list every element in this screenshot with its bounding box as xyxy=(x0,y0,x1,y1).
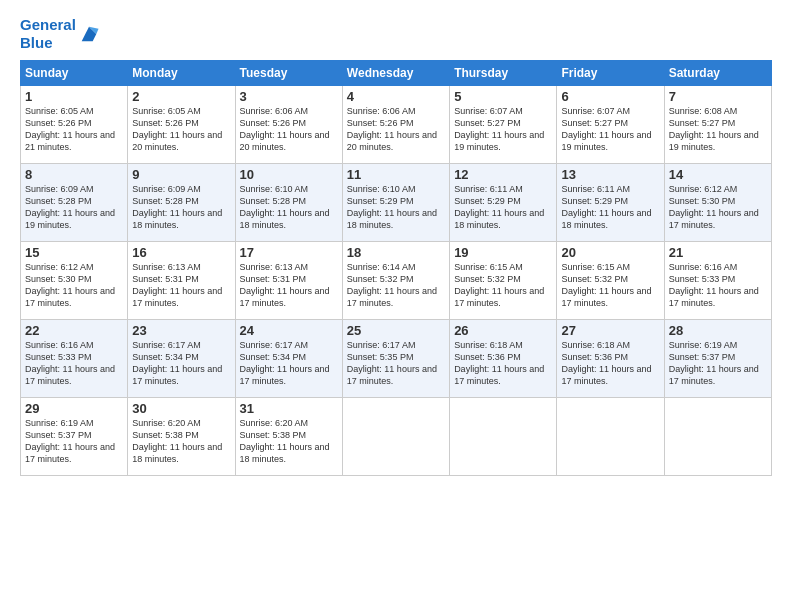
day-number: 30 xyxy=(132,401,230,416)
cell-info: Sunrise: 6:09 AMSunset: 5:28 PMDaylight:… xyxy=(132,183,230,232)
day-number: 17 xyxy=(240,245,338,260)
week-row-3: 15Sunrise: 6:12 AMSunset: 5:30 PMDayligh… xyxy=(21,242,772,320)
week-row-4: 22Sunrise: 6:16 AMSunset: 5:33 PMDayligh… xyxy=(21,320,772,398)
day-number: 31 xyxy=(240,401,338,416)
day-number: 24 xyxy=(240,323,338,338)
day-number: 6 xyxy=(561,89,659,104)
calendar-cell xyxy=(450,398,557,476)
cell-info: Sunrise: 6:17 AMSunset: 5:34 PMDaylight:… xyxy=(240,339,338,388)
cell-info: Sunrise: 6:05 AMSunset: 5:26 PMDaylight:… xyxy=(132,105,230,154)
day-number: 8 xyxy=(25,167,123,182)
weekday-header-friday: Friday xyxy=(557,61,664,86)
cell-info: Sunrise: 6:20 AMSunset: 5:38 PMDaylight:… xyxy=(240,417,338,466)
day-number: 13 xyxy=(561,167,659,182)
calendar-cell: 28Sunrise: 6:19 AMSunset: 5:37 PMDayligh… xyxy=(664,320,771,398)
weekday-header-sunday: Sunday xyxy=(21,61,128,86)
day-number: 23 xyxy=(132,323,230,338)
calendar-cell: 2Sunrise: 6:05 AMSunset: 5:26 PMDaylight… xyxy=(128,86,235,164)
day-number: 16 xyxy=(132,245,230,260)
day-number: 25 xyxy=(347,323,445,338)
page: General Blue SundayMondayTuesdayWednesda… xyxy=(0,0,792,612)
calendar-cell: 5Sunrise: 6:07 AMSunset: 5:27 PMDaylight… xyxy=(450,86,557,164)
calendar-cell: 17Sunrise: 6:13 AMSunset: 5:31 PMDayligh… xyxy=(235,242,342,320)
calendar-cell: 9Sunrise: 6:09 AMSunset: 5:28 PMDaylight… xyxy=(128,164,235,242)
weekday-header-tuesday: Tuesday xyxy=(235,61,342,86)
calendar-cell: 8Sunrise: 6:09 AMSunset: 5:28 PMDaylight… xyxy=(21,164,128,242)
cell-info: Sunrise: 6:19 AMSunset: 5:37 PMDaylight:… xyxy=(669,339,767,388)
calendar-cell: 21Sunrise: 6:16 AMSunset: 5:33 PMDayligh… xyxy=(664,242,771,320)
cell-info: Sunrise: 6:15 AMSunset: 5:32 PMDaylight:… xyxy=(454,261,552,310)
cell-info: Sunrise: 6:11 AMSunset: 5:29 PMDaylight:… xyxy=(561,183,659,232)
cell-info: Sunrise: 6:07 AMSunset: 5:27 PMDaylight:… xyxy=(561,105,659,154)
cell-info: Sunrise: 6:12 AMSunset: 5:30 PMDaylight:… xyxy=(25,261,123,310)
day-number: 12 xyxy=(454,167,552,182)
cell-info: Sunrise: 6:05 AMSunset: 5:26 PMDaylight:… xyxy=(25,105,123,154)
cell-info: Sunrise: 6:15 AMSunset: 5:32 PMDaylight:… xyxy=(561,261,659,310)
day-number: 28 xyxy=(669,323,767,338)
week-row-1: 1Sunrise: 6:05 AMSunset: 5:26 PMDaylight… xyxy=(21,86,772,164)
weekday-header-thursday: Thursday xyxy=(450,61,557,86)
day-number: 26 xyxy=(454,323,552,338)
calendar-cell: 6Sunrise: 6:07 AMSunset: 5:27 PMDaylight… xyxy=(557,86,664,164)
calendar-cell: 25Sunrise: 6:17 AMSunset: 5:35 PMDayligh… xyxy=(342,320,449,398)
calendar-cell: 19Sunrise: 6:15 AMSunset: 5:32 PMDayligh… xyxy=(450,242,557,320)
weekday-header-saturday: Saturday xyxy=(664,61,771,86)
calendar-cell: 26Sunrise: 6:18 AMSunset: 5:36 PMDayligh… xyxy=(450,320,557,398)
day-number: 15 xyxy=(25,245,123,260)
day-number: 3 xyxy=(240,89,338,104)
day-number: 29 xyxy=(25,401,123,416)
cell-info: Sunrise: 6:17 AMSunset: 5:35 PMDaylight:… xyxy=(347,339,445,388)
day-number: 7 xyxy=(669,89,767,104)
day-number: 2 xyxy=(132,89,230,104)
calendar-cell: 31Sunrise: 6:20 AMSunset: 5:38 PMDayligh… xyxy=(235,398,342,476)
cell-info: Sunrise: 6:19 AMSunset: 5:37 PMDaylight:… xyxy=(25,417,123,466)
calendar-cell: 12Sunrise: 6:11 AMSunset: 5:29 PMDayligh… xyxy=(450,164,557,242)
cell-info: Sunrise: 6:08 AMSunset: 5:27 PMDaylight:… xyxy=(669,105,767,154)
calendar-cell: 15Sunrise: 6:12 AMSunset: 5:30 PMDayligh… xyxy=(21,242,128,320)
calendar-cell: 14Sunrise: 6:12 AMSunset: 5:30 PMDayligh… xyxy=(664,164,771,242)
cell-info: Sunrise: 6:13 AMSunset: 5:31 PMDaylight:… xyxy=(132,261,230,310)
week-row-5: 29Sunrise: 6:19 AMSunset: 5:37 PMDayligh… xyxy=(21,398,772,476)
calendar-cell xyxy=(557,398,664,476)
logo: General Blue xyxy=(20,16,100,52)
calendar-cell: 23Sunrise: 6:17 AMSunset: 5:34 PMDayligh… xyxy=(128,320,235,398)
day-number: 10 xyxy=(240,167,338,182)
calendar-cell: 16Sunrise: 6:13 AMSunset: 5:31 PMDayligh… xyxy=(128,242,235,320)
cell-info: Sunrise: 6:06 AMSunset: 5:26 PMDaylight:… xyxy=(240,105,338,154)
weekday-header-wednesday: Wednesday xyxy=(342,61,449,86)
calendar-cell xyxy=(342,398,449,476)
weekday-header-monday: Monday xyxy=(128,61,235,86)
cell-info: Sunrise: 6:11 AMSunset: 5:29 PMDaylight:… xyxy=(454,183,552,232)
cell-info: Sunrise: 6:13 AMSunset: 5:31 PMDaylight:… xyxy=(240,261,338,310)
calendar: SundayMondayTuesdayWednesdayThursdayFrid… xyxy=(20,60,772,476)
logo-icon xyxy=(78,23,100,45)
calendar-cell xyxy=(664,398,771,476)
day-number: 5 xyxy=(454,89,552,104)
cell-info: Sunrise: 6:10 AMSunset: 5:28 PMDaylight:… xyxy=(240,183,338,232)
cell-info: Sunrise: 6:10 AMSunset: 5:29 PMDaylight:… xyxy=(347,183,445,232)
week-row-2: 8Sunrise: 6:09 AMSunset: 5:28 PMDaylight… xyxy=(21,164,772,242)
day-number: 1 xyxy=(25,89,123,104)
cell-info: Sunrise: 6:16 AMSunset: 5:33 PMDaylight:… xyxy=(669,261,767,310)
calendar-cell: 3Sunrise: 6:06 AMSunset: 5:26 PMDaylight… xyxy=(235,86,342,164)
cell-info: Sunrise: 6:07 AMSunset: 5:27 PMDaylight:… xyxy=(454,105,552,154)
cell-info: Sunrise: 6:09 AMSunset: 5:28 PMDaylight:… xyxy=(25,183,123,232)
cell-info: Sunrise: 6:18 AMSunset: 5:36 PMDaylight:… xyxy=(561,339,659,388)
day-number: 4 xyxy=(347,89,445,104)
day-number: 27 xyxy=(561,323,659,338)
calendar-cell: 10Sunrise: 6:10 AMSunset: 5:28 PMDayligh… xyxy=(235,164,342,242)
cell-info: Sunrise: 6:14 AMSunset: 5:32 PMDaylight:… xyxy=(347,261,445,310)
calendar-cell: 27Sunrise: 6:18 AMSunset: 5:36 PMDayligh… xyxy=(557,320,664,398)
calendar-cell: 7Sunrise: 6:08 AMSunset: 5:27 PMDaylight… xyxy=(664,86,771,164)
day-number: 11 xyxy=(347,167,445,182)
cell-info: Sunrise: 6:17 AMSunset: 5:34 PMDaylight:… xyxy=(132,339,230,388)
calendar-cell: 1Sunrise: 6:05 AMSunset: 5:26 PMDaylight… xyxy=(21,86,128,164)
cell-info: Sunrise: 6:06 AMSunset: 5:26 PMDaylight:… xyxy=(347,105,445,154)
calendar-cell: 30Sunrise: 6:20 AMSunset: 5:38 PMDayligh… xyxy=(128,398,235,476)
logo-text: General Blue xyxy=(20,16,76,52)
cell-info: Sunrise: 6:18 AMSunset: 5:36 PMDaylight:… xyxy=(454,339,552,388)
cell-info: Sunrise: 6:12 AMSunset: 5:30 PMDaylight:… xyxy=(669,183,767,232)
calendar-cell: 4Sunrise: 6:06 AMSunset: 5:26 PMDaylight… xyxy=(342,86,449,164)
calendar-cell: 18Sunrise: 6:14 AMSunset: 5:32 PMDayligh… xyxy=(342,242,449,320)
day-number: 22 xyxy=(25,323,123,338)
